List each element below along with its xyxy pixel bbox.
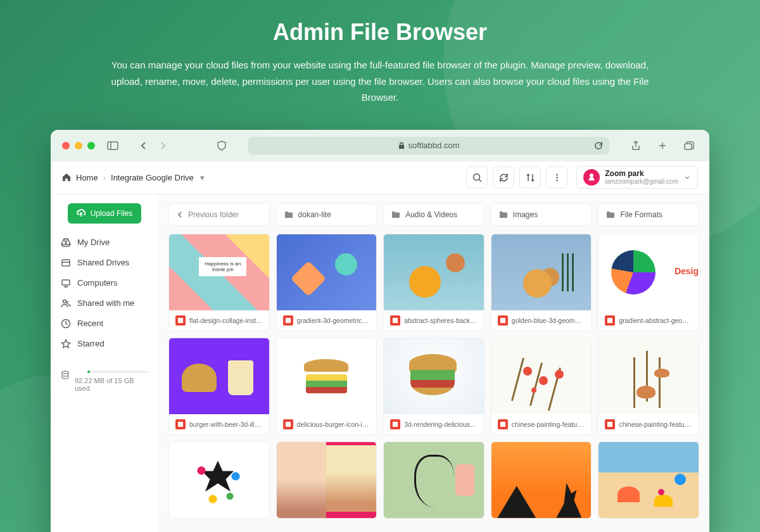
file-card[interactable] — [491, 441, 592, 519]
browser-window: softlabbd.com Home › Integrate Google Dr… — [51, 130, 709, 533]
thumbnail — [491, 234, 592, 310]
sidebar-item-my-drive[interactable]: My Drive — [57, 232, 152, 253]
file-grid: flat-design-collage-instagr... gradient-… — [168, 234, 699, 519]
folder-item[interactable]: File Formats — [598, 203, 699, 226]
sidebar-toggle-icon[interactable] — [104, 137, 122, 155]
file-card[interactable]: gradient-3d-geometric-b... — [276, 234, 377, 331]
url-domain: softlabbd.com — [408, 141, 460, 150]
image-type-icon — [283, 419, 293, 429]
breadcrumb-home[interactable]: Home — [76, 173, 98, 182]
image-type-icon — [283, 315, 293, 326]
minimize-window-icon[interactable] — [75, 142, 82, 149]
file-card[interactable]: gradient-abstract-geomet... — [598, 234, 699, 331]
file-card[interactable]: delicious-burger-icon-isol... — [276, 338, 377, 435]
upload-button[interactable]: Upload Files — [68, 203, 142, 224]
thumbnail — [277, 338, 377, 414]
titlebar: softlabbd.com — [51, 130, 709, 162]
sidebar-item-computers[interactable]: Computers — [57, 273, 152, 293]
account-switcher[interactable]: Zoom park iamzoompark@gmail.com — [576, 166, 698, 189]
storage-text: 92.22 MB of 15 GB used — [75, 377, 148, 392]
thumbnail — [598, 442, 699, 518]
sidebar-item-starred[interactable]: Starred — [57, 334, 152, 354]
file-card[interactable] — [383, 441, 484, 519]
url-bar[interactable]: softlabbd.com — [248, 137, 609, 155]
cloud-upload-icon — [77, 209, 86, 218]
share-icon[interactable] — [627, 137, 645, 155]
chevron-down-icon — [683, 174, 691, 181]
reload-icon[interactable] — [594, 141, 603, 150]
app-toolbar: Home › Integrate Google Drive ▾ Zoom par… — [51, 162, 709, 194]
thumbnail — [169, 442, 269, 518]
account-name: Zoom park — [605, 169, 678, 178]
file-card[interactable]: 3d-rendering-delicious-ch... — [383, 338, 484, 435]
file-card[interactable]: burger-with-beer-3d-illust... — [168, 338, 270, 435]
refresh-button[interactable] — [493, 167, 514, 188]
file-card[interactable] — [168, 441, 270, 519]
shield-icon[interactable] — [213, 137, 231, 155]
breadcrumb-dropdown-icon[interactable]: ▾ — [200, 173, 205, 182]
hero-description: You can manage your cloud files from you… — [95, 57, 665, 106]
file-card[interactable]: golden-blue-3d-geometri... — [491, 234, 592, 331]
thumbnail — [598, 234, 699, 310]
breadcrumb-current[interactable]: Integrate Google Drive — [111, 173, 194, 182]
file-card[interactable] — [598, 441, 699, 519]
folder-item[interactable]: dokan-lite — [276, 203, 377, 226]
image-type-icon — [605, 315, 615, 326]
more-button[interactable] — [546, 167, 567, 188]
maximize-window-icon[interactable] — [87, 142, 95, 149]
traffic-lights — [62, 142, 95, 149]
svg-point-6 — [556, 179, 558, 181]
home-icon — [62, 173, 71, 182]
close-window-icon[interactable] — [62, 142, 70, 149]
hero-title: Admin File Browser — [95, 19, 665, 46]
sidebar: Upload Files My Drive Shared Drives Comp… — [51, 194, 158, 533]
thumbnail — [169, 338, 269, 414]
svg-rect-0 — [108, 142, 118, 149]
svg-rect-2 — [685, 144, 692, 149]
file-card[interactable]: chinese-painting-featurin... — [598, 338, 699, 435]
svg-rect-8 — [62, 280, 70, 285]
folder-icon — [391, 211, 400, 218]
svg-point-3 — [473, 174, 479, 180]
thumbnail — [491, 442, 592, 518]
thumbnail — [384, 442, 484, 518]
file-card[interactable]: chinese-painting-featurin... — [491, 338, 592, 435]
file-card[interactable]: abstract-spheres-backgro... — [383, 234, 484, 331]
account-email: iamzoompark@gmail.com — [605, 178, 678, 186]
image-type-icon — [175, 315, 186, 326]
sort-button[interactable] — [519, 167, 541, 188]
folder-icon — [284, 211, 293, 218]
forward-button[interactable] — [155, 137, 172, 155]
thumbnail — [277, 234, 377, 310]
sidebar-item-recent[interactable]: Recent — [57, 314, 152, 334]
folder-item[interactable]: Audio & Videos — [383, 203, 484, 226]
thumbnail — [384, 338, 484, 414]
back-button[interactable] — [134, 137, 152, 155]
image-type-icon — [390, 315, 400, 326]
storage-icon — [61, 370, 70, 379]
tabs-icon[interactable] — [680, 137, 698, 155]
thumbnail — [598, 338, 699, 414]
storage-indicator: 92.22 MB of 15 GB used — [57, 370, 152, 392]
svg-point-9 — [63, 300, 66, 303]
new-tab-icon[interactable] — [654, 137, 671, 155]
search-button[interactable] — [466, 167, 488, 188]
folder-item[interactable]: Images — [491, 203, 592, 226]
thumbnail — [384, 234, 484, 310]
previous-folder-button[interactable]: Previous folder — [168, 203, 270, 226]
file-card[interactable] — [276, 441, 377, 519]
image-type-icon — [498, 419, 508, 429]
sidebar-item-shared-drives[interactable]: Shared Drives — [57, 253, 152, 273]
folder-row: Previous folder dokan-lite Audio & Video… — [168, 203, 699, 226]
image-type-icon — [605, 419, 615, 429]
svg-point-11 — [62, 371, 68, 374]
thumbnail — [277, 442, 377, 518]
sidebar-item-shared-with-me[interactable]: Shared with me — [57, 293, 152, 314]
file-card[interactable]: flat-design-collage-instagr... — [168, 234, 270, 331]
lock-icon — [398, 142, 405, 149]
chevron-left-icon — [177, 211, 183, 218]
image-type-icon — [498, 315, 508, 326]
storage-bar — [87, 370, 148, 373]
thumbnail — [491, 338, 592, 414]
svg-point-4 — [556, 174, 558, 175]
